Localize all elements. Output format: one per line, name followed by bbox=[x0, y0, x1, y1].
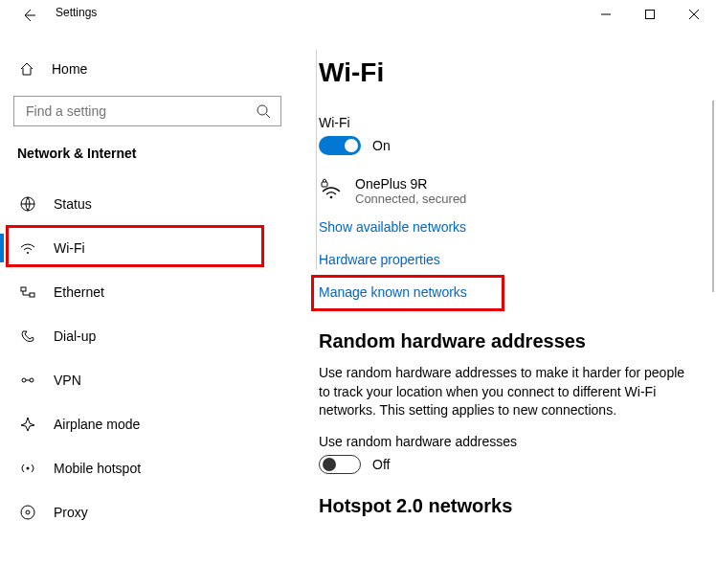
svg-point-14 bbox=[27, 467, 30, 470]
nav-item-hotspot[interactable]: Mobile hotspot bbox=[0, 446, 295, 490]
nav-label: VPN bbox=[54, 373, 81, 388]
nav-item-proxy[interactable]: Proxy bbox=[0, 490, 295, 534]
home-nav[interactable]: Home bbox=[0, 50, 295, 88]
scrollbar[interactable] bbox=[712, 101, 714, 292]
link-manage-known[interactable]: Manage known networks bbox=[319, 284, 467, 300]
svg-point-4 bbox=[257, 105, 267, 115]
wifi-secured-icon bbox=[319, 176, 346, 204]
svg-point-12 bbox=[30, 378, 34, 382]
ethernet-icon bbox=[17, 283, 38, 301]
nav-list: Status Wi-Fi Ethernet bbox=[0, 182, 295, 534]
svg-point-11 bbox=[22, 378, 26, 382]
nav-item-wifi[interactable]: Wi-Fi bbox=[0, 226, 295, 270]
close-icon bbox=[689, 10, 699, 19]
back-button[interactable] bbox=[19, 6, 38, 25]
nav-label: Ethernet bbox=[54, 284, 104, 300]
svg-rect-10 bbox=[30, 293, 34, 297]
status-icon bbox=[17, 195, 38, 213]
random-description: Use random hardware addresses to make it… bbox=[319, 364, 687, 420]
pane-divider bbox=[316, 50, 317, 270]
window-controls bbox=[584, 0, 716, 29]
random-toggle-row: Off bbox=[319, 455, 687, 474]
search-wrap bbox=[0, 88, 295, 136]
random-toggle[interactable] bbox=[319, 455, 361, 474]
nav-label: Proxy bbox=[54, 505, 88, 520]
close-button[interactable] bbox=[672, 0, 716, 29]
hotspot-heading: Hotspot 2.0 networks bbox=[319, 495, 687, 517]
sidebar: Home Network & Internet Status bbox=[0, 31, 295, 588]
titlebar: Settings bbox=[0, 0, 716, 31]
svg-rect-1 bbox=[646, 11, 655, 19]
home-label: Home bbox=[52, 61, 87, 77]
maximize-icon bbox=[645, 10, 655, 19]
link-hardware-properties[interactable]: Hardware properties bbox=[319, 252, 687, 267]
hotspot-icon bbox=[17, 460, 38, 477]
arrow-left-icon bbox=[21, 8, 36, 23]
link-show-available[interactable]: Show available networks bbox=[319, 219, 687, 235]
svg-rect-9 bbox=[21, 287, 26, 291]
random-toggle-state: Off bbox=[372, 457, 390, 472]
minimize-button[interactable] bbox=[584, 0, 628, 29]
nav-item-dialup[interactable]: Dial-up bbox=[0, 314, 295, 358]
nav-item-ethernet[interactable]: Ethernet bbox=[0, 270, 295, 314]
content-pane: Wi-Fi Wi-Fi On OnePlus 9R bbox=[295, 31, 716, 588]
svg-line-5 bbox=[266, 114, 270, 118]
network-status: Connected, secured bbox=[355, 192, 466, 206]
svg-rect-18 bbox=[322, 182, 327, 187]
home-icon bbox=[17, 61, 36, 77]
svg-point-15 bbox=[21, 506, 34, 519]
nav-item-status[interactable]: Status bbox=[0, 182, 295, 226]
nav-label: Dial-up bbox=[54, 328, 96, 344]
svg-point-16 bbox=[26, 510, 30, 514]
wifi-toggle[interactable] bbox=[319, 136, 361, 155]
svg-point-8 bbox=[27, 252, 29, 254]
current-network[interactable]: OnePlus 9R Connected, secured bbox=[319, 176, 687, 206]
maximize-button[interactable] bbox=[628, 0, 672, 29]
section-heading: Network & Internet bbox=[0, 136, 295, 167]
search-box[interactable] bbox=[13, 96, 281, 126]
wifi-icon bbox=[17, 239, 38, 257]
vpn-icon bbox=[17, 372, 38, 389]
nav-label: Airplane mode bbox=[54, 417, 140, 432]
nav-label: Status bbox=[54, 196, 92, 212]
airplane-icon bbox=[17, 416, 38, 433]
nav-item-airplane[interactable]: Airplane mode bbox=[0, 402, 295, 446]
minimize-icon bbox=[601, 10, 611, 19]
annotation-highlight bbox=[6, 225, 264, 267]
body: Home Network & Internet Status bbox=[0, 31, 716, 588]
proxy-icon bbox=[17, 504, 38, 521]
manage-known-wrap: Manage known networks bbox=[319, 284, 467, 300]
nav-label: Mobile hotspot bbox=[54, 461, 141, 476]
svg-point-17 bbox=[330, 196, 333, 199]
network-name: OnePlus 9R bbox=[355, 176, 466, 192]
nav-item-vpn[interactable]: VPN bbox=[0, 358, 295, 402]
wifi-toggle-label: Wi-Fi bbox=[319, 115, 687, 130]
dialup-icon bbox=[17, 328, 38, 345]
settings-window: Settings Home Netwo bbox=[0, 0, 716, 588]
search-icon bbox=[256, 103, 271, 122]
window-title: Settings bbox=[56, 6, 97, 19]
nav-label: Wi-Fi bbox=[54, 240, 85, 256]
search-input[interactable] bbox=[24, 102, 271, 120]
random-toggle-label: Use random hardware addresses bbox=[319, 434, 687, 449]
network-text: OnePlus 9R Connected, secured bbox=[355, 176, 466, 206]
random-heading: Random hardware addresses bbox=[319, 330, 687, 352]
page-title: Wi-Fi bbox=[319, 57, 687, 88]
wifi-toggle-state: On bbox=[372, 138, 391, 153]
wifi-toggle-row: On bbox=[319, 136, 687, 155]
